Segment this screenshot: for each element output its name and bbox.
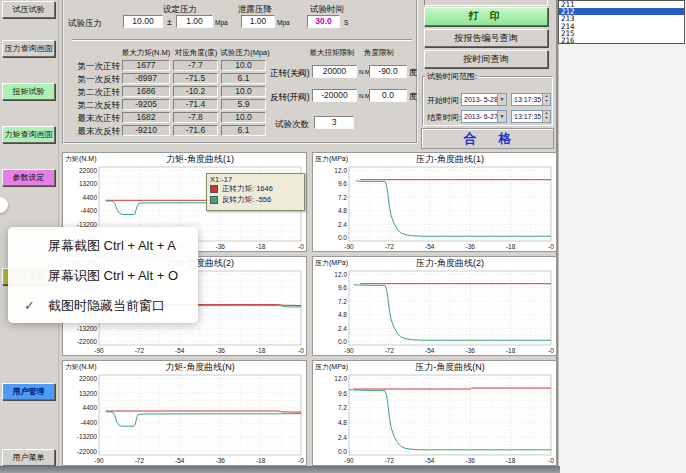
svg-text:-54: -54 (425, 347, 435, 354)
svg-text:0.0: 0.0 (338, 338, 347, 345)
svg-text:力矩(N.M): 力矩(N.M) (65, 363, 97, 371)
spinner-arrows-icon[interactable]: ▲▼ (542, 94, 550, 105)
chart-tooltip: X1:-17 正转力矩: 1646反转力矩: -556 (206, 173, 305, 211)
angle-value: -7.8 (173, 112, 218, 123)
spinner-arrows-icon[interactable]: ▲▼ (542, 111, 550, 122)
svg-text:压力(MPa): 压力(MPa) (315, 363, 348, 371)
chart-svg: 12.09.67.24.82.40.0-90-72-54-36-18-0压力-角… (313, 153, 556, 251)
end-date-combobox[interactable]: 2013- 6-27 ▼ (461, 110, 507, 123)
chevron-down-icon[interactable]: ▼ (497, 94, 506, 105)
row-label: 第一次反转 (66, 74, 120, 86)
series-text: 反转力矩: -556 (222, 195, 271, 205)
svg-text:-22000: -22000 (77, 338, 98, 345)
forward-torque-field[interactable]: 20000 (312, 65, 357, 78)
svg-text:-36: -36 (465, 457, 475, 464)
start-time-label: 开始时间: (427, 95, 461, 106)
svg-text:力矩(N.M): 力矩(N.M) (65, 155, 97, 163)
svg-text:-18: -18 (256, 457, 266, 464)
print-button[interactable]: 打 印 (424, 7, 548, 26)
row-label: 最末次正转 (66, 113, 120, 125)
start-date-combobox[interactable]: 2013- 5-28 ▼ (461, 93, 507, 106)
svg-text:-36: -36 (215, 243, 225, 250)
check-icon: ✓ (24, 291, 35, 321)
test-count-field[interactable]: 3 (314, 116, 354, 129)
degree-unit-label: 度 (409, 67, 417, 78)
col-header-max-torque: 最大力矩(N.M) (116, 48, 176, 58)
degree-unit-label: 度 (409, 91, 417, 102)
start-time-spinner[interactable]: 13:17:35 ▲▼ (511, 93, 551, 106)
svg-text:压力-角度曲线(1): 压力-角度曲线(1) (416, 154, 484, 164)
sidebar-item[interactable]: 力矩查询画面 (2, 126, 55, 143)
torque-value: -9210 (122, 125, 170, 136)
svg-text:-36: -36 (215, 347, 225, 354)
list-item[interactable]: 214 (559, 23, 684, 30)
col-header-angle: 对应角度(度) (170, 48, 222, 58)
forward-angle-field[interactable]: -90.0 (369, 65, 407, 78)
table-row: 第二次正转1686-10.210.0 (66, 86, 276, 97)
svg-text:13200: 13200 (79, 180, 97, 187)
torque-value: 1677 (122, 60, 170, 71)
menu-item[interactable]: 屏幕截图 Ctrl + Alt + A (8, 231, 198, 261)
list-item[interactable]: 213 (559, 15, 684, 22)
svg-text:-54: -54 (175, 347, 185, 354)
svg-text:-13200: -13200 (77, 325, 98, 332)
divider (72, 39, 412, 41)
query-by-report-button[interactable]: 按报告编号查询 (424, 29, 548, 47)
pressure-value: 5.9 (221, 99, 266, 110)
svg-text:-22000: -22000 (77, 448, 98, 455)
chart-pressure-angle-2: 12.09.67.24.82.40.0-90-72-54-36-18-0压力-角… (312, 256, 557, 356)
svg-text:4400: 4400 (83, 404, 98, 411)
result-status-label: 合 格 (455, 131, 521, 146)
svg-text:4400: 4400 (83, 194, 98, 201)
clipped-top-button[interactable] (424, 0, 548, 6)
sidebar-item[interactable]: 用户管理 (2, 383, 55, 400)
list-item[interactable]: 211 (559, 1, 684, 8)
end-time-spinner[interactable]: 13:17:35 ▲▼ (511, 110, 551, 123)
test-time-field[interactable]: 30.0 (307, 15, 340, 28)
torque-value: 1682 (122, 112, 170, 123)
test-pressure-field[interactable]: 10.00 (123, 15, 163, 28)
svg-text:-90: -90 (94, 347, 104, 354)
reverse-angle-field[interactable]: 0.0 (369, 89, 407, 102)
reverse-torque-field[interactable]: -20000 (312, 89, 357, 102)
list-item[interactable]: 215 (559, 30, 684, 37)
leak-drop-field[interactable]: 1.00 (241, 15, 275, 28)
chevron-down-icon[interactable]: ▼ (497, 111, 506, 122)
svg-text:-90: -90 (344, 457, 354, 464)
report-number-listbox[interactable]: 211212213214215216 (558, 0, 685, 44)
plus-minus-label: ± (167, 17, 172, 27)
svg-text:4.8: 4.8 (338, 419, 347, 426)
svg-text:力矩-角度曲线(1): 力矩-角度曲线(1) (166, 154, 234, 164)
menu-item[interactable]: 屏幕识图 Ctrl + Alt + O (8, 261, 198, 291)
svg-text:12.0: 12.0 (334, 375, 347, 382)
sidebar-item[interactable]: 试压试验 (2, 1, 55, 18)
angle-value: -71.4 (173, 99, 218, 110)
sidebar-item[interactable]: 压力查询画面 (2, 40, 55, 57)
series-swatch-icon (210, 185, 218, 193)
pressure-value: 10.0 (221, 112, 266, 123)
table-row: 第一次反转-8997-71.56.1 (66, 73, 276, 84)
pressure-value: 10.0 (221, 60, 266, 71)
list-item[interactable]: 216 (559, 37, 684, 44)
svg-text:0.0: 0.0 (338, 234, 347, 241)
query-by-time-button[interactable]: 按时间查询 (424, 50, 548, 68)
svg-text:-54: -54 (175, 457, 185, 464)
svg-text:-13200: -13200 (77, 433, 98, 440)
sidebar-item[interactable]: 用户菜单 (2, 449, 55, 466)
svg-text:2.4: 2.4 (338, 434, 347, 441)
menu-item[interactable]: ✓截图时隐藏当前窗口 (8, 291, 198, 321)
sidebar-item[interactable]: 参数设定 (2, 169, 55, 186)
svg-text:-4400: -4400 (80, 419, 97, 426)
svg-text:-72: -72 (385, 243, 395, 250)
svg-text:7.2: 7.2 (338, 404, 347, 411)
svg-text:压力-角度曲线(2): 压力-角度曲线(2) (416, 258, 484, 268)
tooltip-x-value: X1:-17 (210, 175, 232, 184)
sidebar-item[interactable]: 扭矩试验 (2, 83, 55, 100)
screenshot-context-menu: 屏幕截图 Ctrl + Alt + A屏幕识图 Ctrl + Alt + O✓截… (8, 227, 198, 323)
tolerance-field[interactable]: 1.00 (176, 15, 213, 28)
list-item[interactable]: 212 (559, 8, 684, 15)
svg-text:-0: -0 (548, 457, 554, 464)
svg-text:-90: -90 (344, 347, 354, 354)
svg-text:7.2: 7.2 (338, 194, 347, 201)
pressure-value: 6.1 (221, 125, 266, 136)
